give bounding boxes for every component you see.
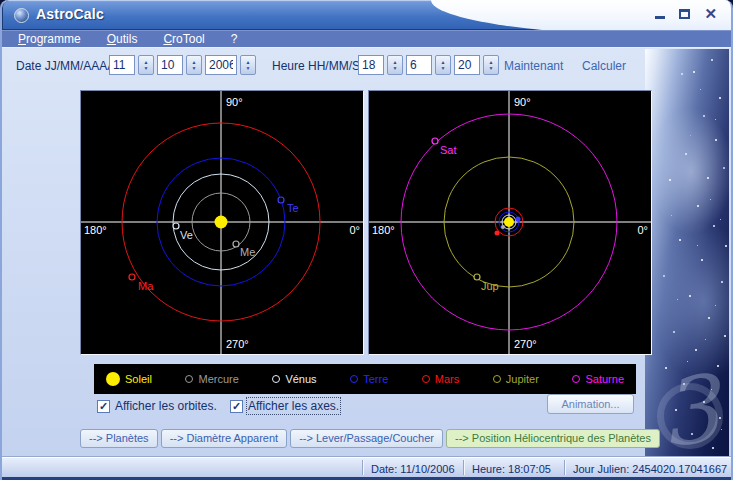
- planet-legend: SoleilMercureVénusTerreMarsJupiterSaturn…: [94, 364, 636, 394]
- legend-label: Terre: [363, 373, 388, 385]
- outer-planets-plot: 90°180°0°270°JupSat: [368, 90, 652, 355]
- minute-input[interactable]: [406, 55, 432, 75]
- orbit-circle-icon: [422, 375, 430, 383]
- svg-text:90°: 90°: [226, 96, 243, 108]
- show-axes-checkbox[interactable]: ✓: [230, 400, 243, 413]
- legend-item: Mars: [422, 373, 459, 385]
- tab--planètes[interactable]: --> Planètes: [80, 429, 158, 448]
- svg-text:90°: 90°: [514, 96, 531, 108]
- menu-item-crotool[interactable]: CroTool: [163, 32, 204, 46]
- legend-label: Saturne: [585, 373, 624, 385]
- orbit-circle-icon: [493, 375, 501, 383]
- astrocalc-window: AstroCalc ✕ ProgrammeOutilsCroTool? 3 Da…: [0, 0, 733, 480]
- legend-item: Mercure: [185, 373, 238, 385]
- svg-text:Sat: Sat: [440, 144, 457, 156]
- month-spinner[interactable]: ▲▼: [186, 55, 202, 75]
- date-label: Date JJ/MM/AAAA :: [16, 59, 121, 73]
- orbit-circle-icon: [185, 375, 193, 383]
- legend-label: Mars: [435, 373, 459, 385]
- status-bar: Date: 11/10/2006 Heure: 18:07:05 Jour Ju…: [2, 457, 731, 480]
- hour-spinner[interactable]: ▲▼: [387, 55, 403, 75]
- svg-text:Me: Me: [240, 246, 255, 258]
- legend-label: Soleil: [125, 373, 152, 385]
- svg-text:180°: 180°: [372, 224, 395, 236]
- svg-text:0°: 0°: [637, 224, 648, 236]
- nebula-background: 3: [645, 49, 729, 457]
- sun-icon: [106, 372, 120, 386]
- svg-text:0°: 0°: [349, 224, 360, 236]
- app-icon: [14, 8, 29, 23]
- svg-text:270°: 270°: [514, 338, 537, 350]
- legend-item: Saturne: [572, 373, 624, 385]
- day-spinner[interactable]: ▲▼: [138, 55, 154, 75]
- show-orbits-checkbox[interactable]: ✓: [97, 400, 110, 413]
- close-button[interactable]: ✕: [704, 7, 717, 21]
- svg-text:Te: Te: [287, 202, 299, 214]
- show-orbits-label: Afficher les orbites.: [115, 399, 217, 413]
- menu-item-outils[interactable]: Outils: [107, 32, 138, 46]
- legend-item: Jupiter: [493, 373, 539, 385]
- orbit-circle-icon: [572, 375, 580, 383]
- now-link[interactable]: Maintenant: [504, 59, 563, 73]
- watermark-3: 3: [656, 366, 723, 458]
- legend-label: Jupiter: [506, 373, 539, 385]
- legend-item: Soleil: [106, 372, 152, 386]
- window-title: AstroCalc: [36, 6, 104, 22]
- orbit-circle-icon: [272, 375, 280, 383]
- month-input[interactable]: [157, 55, 183, 75]
- year-input[interactable]: [205, 55, 237, 75]
- tab--position-héliocentrique-des-planètes[interactable]: --> Position Héliocentrique des Planètes: [446, 429, 660, 448]
- animation-button[interactable]: Animation...: [547, 394, 634, 414]
- tab--diamètre-apparent[interactable]: --> Diamètre Apparent: [161, 429, 288, 448]
- title-bar: AstroCalc ✕: [2, 0, 731, 30]
- svg-text:270°: 270°: [226, 338, 249, 350]
- tab-bar: --> Planètes--> Diamètre Apparent--> Lev…: [80, 429, 660, 448]
- menu-bar: ProgrammeOutilsCroTool?: [2, 30, 731, 48]
- hour-input[interactable]: [358, 55, 384, 75]
- day-input[interactable]: [109, 55, 135, 75]
- minute-spinner[interactable]: ▲▼: [435, 55, 451, 75]
- show-axes-label: Afficher les axes.: [248, 399, 339, 413]
- minimize-button[interactable]: [655, 7, 665, 21]
- legend-label: Mercure: [198, 373, 238, 385]
- maximize-button[interactable]: [679, 7, 690, 21]
- second-spinner[interactable]: ▲▼: [483, 55, 499, 75]
- calculate-link[interactable]: Calculer: [582, 59, 626, 73]
- svg-text:Ma: Ma: [138, 280, 154, 292]
- menu-item-programme[interactable]: Programme: [18, 32, 81, 46]
- legend-label: Vénus: [285, 373, 316, 385]
- inner-planets-plot: 90°180°0°270°MeVeTeMa: [80, 90, 364, 355]
- status-date: Date: 11/10/2006: [362, 460, 463, 475]
- year-spinner[interactable]: ▲▼: [240, 55, 256, 75]
- status-time: Heure: 18:07:05: [463, 460, 564, 475]
- menu-item-?[interactable]: ?: [231, 32, 238, 46]
- legend-item: Terre: [350, 373, 388, 385]
- status-julian-day: Jour Julien: 2454020.17041667: [564, 460, 729, 475]
- second-input[interactable]: [454, 55, 480, 75]
- svg-text:Ve: Ve: [180, 229, 193, 241]
- tab--lever-passage-coucher[interactable]: --> Lever/Passage/Coucher: [290, 429, 443, 448]
- legend-item: Vénus: [272, 373, 316, 385]
- orbit-circle-icon: [350, 375, 358, 383]
- svg-text:180°: 180°: [84, 224, 107, 236]
- svg-text:Jup: Jup: [481, 280, 499, 292]
